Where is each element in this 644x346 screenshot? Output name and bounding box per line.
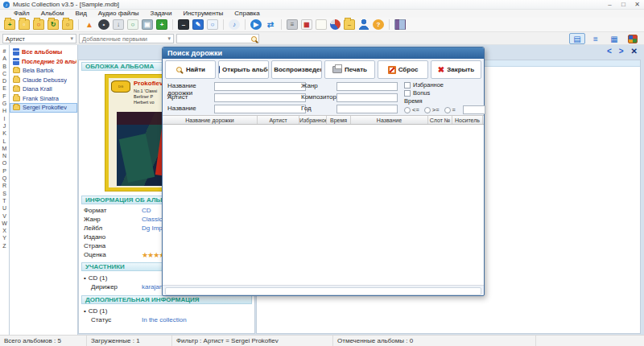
alpha-D[interactable]: D bbox=[0, 77, 9, 84]
list-view-button[interactable]: ≡ bbox=[588, 33, 604, 44]
panel-close-button[interactable]: ✕ bbox=[631, 47, 638, 56]
refresh-album-icon[interactable]: ↻ bbox=[47, 19, 59, 30]
images-icon[interactable]: ▣ bbox=[142, 19, 153, 30]
exit-icon[interactable] bbox=[394, 19, 406, 30]
genre-input[interactable] bbox=[336, 82, 398, 91]
results-table-body[interactable] bbox=[163, 125, 484, 286]
alpha-U[interactable]: U bbox=[0, 204, 9, 212]
alpha-B[interactable]: B bbox=[0, 63, 9, 70]
column-header-3[interactable]: Время bbox=[327, 116, 351, 124]
audio-search-icon[interactable]: ♪ bbox=[229, 19, 240, 30]
alpha-J[interactable]: J bbox=[0, 122, 9, 130]
search-files-icon[interactable]: ○ bbox=[127, 19, 138, 30]
tree-item-1[interactable]: Последние 20 альбо... bbox=[10, 57, 77, 67]
tree-item-2[interactable]: Bela Bartok bbox=[10, 66, 77, 76]
copy-album-icon[interactable]: ▫ bbox=[19, 19, 30, 30]
help-icon[interactable]: ? bbox=[373, 19, 384, 30]
print-icon[interactable]: ≡ bbox=[287, 19, 298, 30]
alpha-T[interactable]: T bbox=[0, 197, 9, 204]
composer-input[interactable] bbox=[336, 93, 398, 102]
close-dialog-button[interactable]: ✖ Закрыть bbox=[431, 60, 481, 79]
menu-item-4[interactable]: Задачи bbox=[145, 10, 178, 18]
time-eq-radio[interactable] bbox=[444, 107, 451, 113]
add-item-icon[interactable]: + bbox=[156, 19, 167, 30]
grid-view-button[interactable]: ▦ bbox=[606, 33, 622, 44]
maximize-button[interactable]: □ bbox=[617, 0, 630, 9]
search-album-icon[interactable]: ○ bbox=[62, 19, 73, 30]
tree-item-3[interactable]: Claude Debussy bbox=[10, 76, 77, 85]
minimize-button[interactable]: – bbox=[603, 0, 617, 9]
pie-chart-icon[interactable] bbox=[330, 19, 341, 30]
sort-order-select[interactable]: Добавленные первыми ▾ bbox=[79, 34, 174, 43]
shuffle-icon[interactable]: ⇄ bbox=[265, 19, 276, 30]
find-button[interactable]: Найти bbox=[165, 60, 216, 79]
card-view-button[interactable]: ▤ bbox=[569, 33, 585, 44]
open-album-button[interactable]: Открыть альбом bbox=[218, 60, 269, 79]
filter-field-select[interactable]: Артист ▾ bbox=[2, 34, 76, 43]
menu-item-2[interactable]: Вид bbox=[69, 10, 92, 18]
play-icon[interactable]: ▶ bbox=[250, 19, 262, 30]
track-title-input[interactable] bbox=[214, 82, 306, 91]
alpha-M[interactable]: M bbox=[0, 145, 9, 152]
eject-icon[interactable]: ▲ bbox=[84, 19, 95, 30]
alpha-A[interactable]: A bbox=[0, 55, 9, 62]
artist-input[interactable] bbox=[214, 93, 306, 102]
menu-item-3[interactable]: Аудио файлы bbox=[93, 10, 145, 18]
column-header-5[interactable]: Слот № bbox=[428, 116, 452, 124]
info-value[interactable]: CD bbox=[142, 207, 151, 214]
alpha-K[interactable]: K bbox=[0, 130, 9, 137]
edit-icon[interactable]: ✎ bbox=[192, 19, 204, 30]
column-header-2[interactable]: Избранное bbox=[299, 116, 327, 124]
column-header-4[interactable]: Название bbox=[351, 116, 428, 124]
alpha-H[interactable]: H bbox=[0, 107, 9, 114]
download-icon[interactable]: ↓ bbox=[113, 19, 124, 30]
repair-album-icon[interactable]: ○ bbox=[33, 19, 44, 30]
alpha-I[interactable]: I bbox=[0, 115, 9, 122]
tree-item-0[interactable]: Все альбомы bbox=[10, 47, 77, 57]
alpha-F[interactable]: F bbox=[0, 93, 9, 100]
bonus-checkbox[interactable] bbox=[404, 90, 411, 97]
remove-icon[interactable]: – bbox=[178, 19, 189, 30]
tile-view-button[interactable] bbox=[625, 33, 641, 44]
alpha-P[interactable]: P bbox=[0, 167, 9, 175]
alpha-#[interactable]: # bbox=[0, 47, 9, 55]
reset-button[interactable]: Сброс bbox=[378, 60, 428, 79]
preview-icon[interactable]: ○ bbox=[207, 19, 218, 30]
schedule-icon[interactable]: ▦ bbox=[301, 19, 312, 30]
year-input[interactable] bbox=[336, 105, 398, 113]
alpha-V[interactable]: V bbox=[0, 212, 9, 220]
folder-icon[interactable]: – bbox=[344, 19, 355, 30]
menu-item-6[interactable]: Справка bbox=[229, 10, 265, 18]
alpha-R[interactable]: R bbox=[0, 182, 9, 189]
alpha-G[interactable]: G bbox=[0, 100, 9, 107]
menu-item-5[interactable]: Инструменты bbox=[177, 10, 229, 18]
alpha-N[interactable]: N bbox=[0, 152, 9, 159]
tree-item-4[interactable]: Diana Krall bbox=[10, 84, 77, 94]
menu-item-0[interactable]: Файл bbox=[8, 10, 35, 18]
favorite-checkbox[interactable] bbox=[404, 82, 411, 89]
dialog-title-bar[interactable]: Поиск дорожки bbox=[163, 47, 484, 59]
alpha-Z[interactable]: Z bbox=[0, 242, 9, 249]
tree-item-6[interactable]: Sergei Prokofiev bbox=[10, 103, 77, 113]
user-icon[interactable] bbox=[358, 19, 369, 30]
column-header-1[interactable]: Артист bbox=[258, 116, 299, 124]
quick-search-input[interactable] bbox=[177, 35, 248, 43]
time-input[interactable] bbox=[463, 105, 485, 114]
nav-forward-button[interactable]: > bbox=[619, 47, 624, 56]
alpha-S[interactable]: S bbox=[0, 190, 9, 197]
column-header-6[interactable]: Носитель bbox=[452, 116, 483, 124]
time-lte-radio[interactable] bbox=[404, 107, 411, 113]
time-gte-radio[interactable] bbox=[424, 107, 431, 113]
status-value-link[interactable]: In the collection bbox=[142, 316, 187, 323]
playback-button[interactable]: Воспроизведение bbox=[271, 60, 322, 79]
menu-item-1[interactable]: Альбом bbox=[35, 10, 70, 18]
close-button[interactable]: ✕ bbox=[630, 0, 644, 9]
alpha-C[interactable]: C bbox=[0, 70, 9, 77]
column-header-0[interactable]: Название дорожки bbox=[163, 116, 258, 124]
alpha-X[interactable]: X bbox=[0, 227, 9, 234]
alpha-E[interactable]: E bbox=[0, 84, 9, 92]
alpha-Y[interactable]: Y bbox=[0, 234, 9, 241]
document-icon[interactable] bbox=[316, 19, 327, 30]
add-album-icon[interactable]: + bbox=[4, 19, 15, 30]
cd-info-icon[interactable]: • bbox=[98, 19, 109, 30]
